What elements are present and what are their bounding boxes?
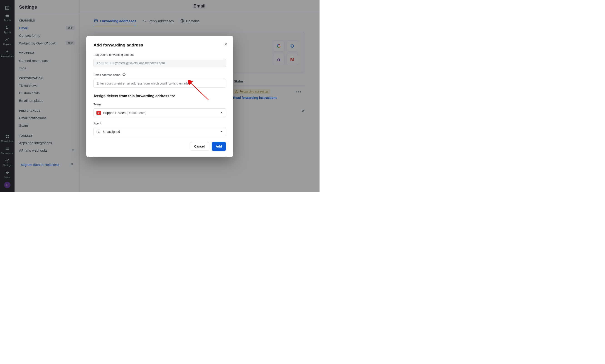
fwd-address-label: HelpDesk's forwarding address bbox=[94, 53, 226, 56]
svg-point-13 bbox=[98, 131, 99, 132]
team-label: Team bbox=[94, 103, 226, 106]
assign-heading: Assign tickets from this forwarding addr… bbox=[94, 94, 226, 98]
chevron-down-icon bbox=[220, 130, 223, 134]
team-avatar: S bbox=[96, 111, 101, 115]
email-name-label: Email address name bbox=[94, 73, 226, 77]
agent-select[interactable]: Unassigned bbox=[94, 127, 226, 136]
person-icon bbox=[96, 130, 101, 134]
chevron-down-icon bbox=[220, 111, 223, 115]
team-name: Support Heroes bbox=[103, 111, 125, 115]
cancel-button[interactable]: Cancel bbox=[190, 142, 209, 151]
team-select[interactable]: S Support Heroes (Default team) bbox=[94, 108, 226, 117]
fwd-address-input[interactable] bbox=[94, 59, 226, 67]
modal-add-forwarding: Add forwarding address HelpDesk's forwar… bbox=[86, 36, 233, 157]
info-icon[interactable] bbox=[122, 73, 126, 77]
agent-label: Agent bbox=[94, 121, 226, 125]
modal-title: Add forwarding address bbox=[94, 43, 226, 48]
add-button[interactable]: Add bbox=[212, 142, 226, 151]
email-name-input[interactable] bbox=[94, 79, 226, 88]
team-default-note: (Default team) bbox=[126, 111, 147, 115]
agent-name: Unassigned bbox=[103, 130, 120, 133]
close-icon[interactable] bbox=[224, 42, 228, 47]
